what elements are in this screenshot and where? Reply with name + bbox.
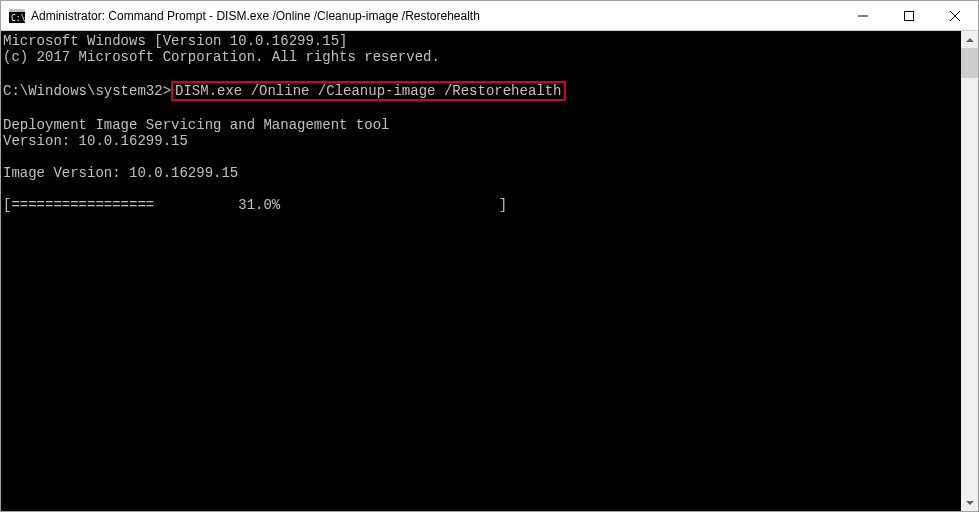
svg-rect-4 bbox=[905, 11, 914, 20]
window-controls bbox=[840, 1, 978, 30]
command-highlight: DISM.exe /Online /Cleanup-image /Restore… bbox=[171, 81, 565, 101]
console-output[interactable]: Microsoft Windows [Version 10.0.16299.15… bbox=[1, 31, 961, 511]
scroll-thumb[interactable] bbox=[961, 48, 978, 78]
cmd-app-icon: C:\ bbox=[9, 8, 25, 24]
close-button[interactable] bbox=[932, 1, 978, 30]
window-title: Administrator: Command Prompt - DISM.exe… bbox=[31, 9, 840, 23]
vertical-scrollbar[interactable] bbox=[961, 31, 978, 511]
scroll-down-arrow-icon[interactable] bbox=[961, 494, 978, 511]
minimize-button[interactable] bbox=[840, 1, 886, 30]
scroll-up-arrow-icon[interactable] bbox=[961, 31, 978, 48]
console-line: Deployment Image Servicing and Managemen… bbox=[3, 117, 389, 133]
maximize-button[interactable] bbox=[886, 1, 932, 30]
command-prompt-window: C:\ Administrator: Command Prompt - DISM… bbox=[0, 0, 979, 512]
console-area: Microsoft Windows [Version 10.0.16299.15… bbox=[1, 31, 978, 511]
svg-rect-0 bbox=[9, 9, 25, 12]
progress-bar: [================= 31.0% ] bbox=[3, 197, 515, 213]
titlebar[interactable]: C:\ Administrator: Command Prompt - DISM… bbox=[1, 1, 978, 31]
console-line: (c) 2017 Microsoft Corporation. All righ… bbox=[3, 49, 440, 65]
prompt: C:\Windows\system32> bbox=[3, 83, 171, 99]
console-line: Version: 10.0.16299.15 bbox=[3, 133, 188, 149]
console-line: Microsoft Windows [Version 10.0.16299.15… bbox=[3, 33, 347, 49]
console-line: Image Version: 10.0.16299.15 bbox=[3, 165, 238, 181]
svg-text:C:\: C:\ bbox=[11, 14, 25, 23]
